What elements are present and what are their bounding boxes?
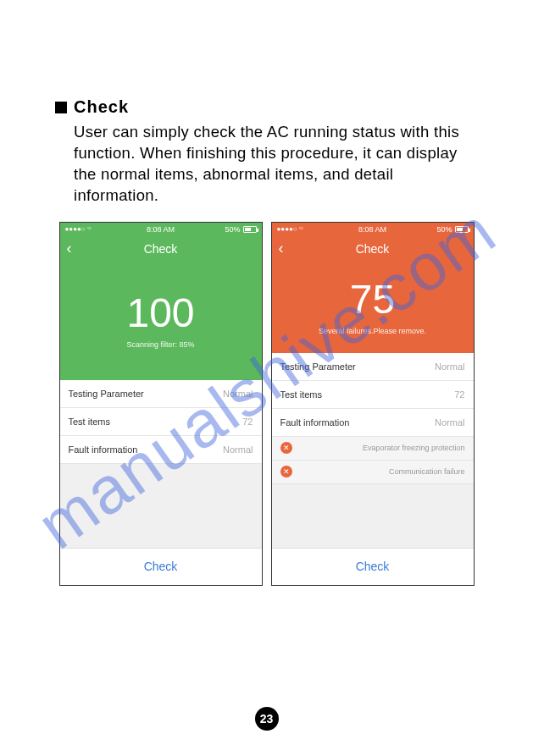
fault-item[interactable]: ✕ Evaporator freezing protection	[272, 437, 474, 461]
fault-list: ✕ Evaporator freezing protection ✕ Commu…	[272, 437, 474, 484]
row-value: 72	[454, 389, 464, 400]
phone-screenshots: ●●●●○ ⌔ 8:08 AM 50% ‹ Check 100 Scanning…	[55, 222, 478, 586]
page-content: Check User can simply check the AC runni…	[0, 0, 533, 586]
hero-subtitle: Several failures.Please remove.	[319, 327, 426, 335]
wifi-icon: ⌔	[87, 225, 92, 233]
row-label: Fault information	[69, 444, 138, 455]
row-value: Normal	[435, 417, 464, 428]
hero-subtitle: Scanning filter: 85%	[126, 340, 194, 349]
status-battery: 50%	[225, 225, 256, 234]
status-signal: ●●●●○ ⌔	[277, 225, 303, 233]
result-list: Testing Parameter Normal Test items 72 F…	[272, 353, 474, 437]
phone-left: ●●●●○ ⌔ 8:08 AM 50% ‹ Check 100 Scanning…	[59, 222, 263, 586]
hero-score: 75	[350, 279, 395, 320]
hero-section: 100 Scanning filter: 85%	[60, 262, 262, 380]
row-label: Testing Parameter	[280, 361, 356, 372]
check-button[interactable]: Check	[60, 548, 262, 585]
fault-item[interactable]: ✕ Communication failure	[272, 461, 474, 484]
battery-icon	[455, 226, 469, 233]
back-icon[interactable]: ‹	[67, 240, 72, 257]
nav-bar: ‹ Check	[60, 236, 262, 262]
status-bar: ●●●●○ ⌔ 8:08 AM 50%	[60, 223, 262, 236]
status-signal: ●●●●○ ⌔	[65, 225, 92, 233]
row-value: Normal	[223, 389, 253, 399]
status-time: 8:08 AM	[147, 225, 175, 234]
description-text: User can simply check the AC running sta…	[74, 122, 478, 207]
list-item[interactable]: Testing Parameter Normal	[60, 380, 262, 408]
list-item[interactable]: Fault information Normal	[272, 409, 474, 437]
spacer	[272, 484, 474, 548]
nav-title: Check	[356, 242, 390, 256]
hero-section: 75 Several failures.Please remove.	[272, 262, 474, 353]
list-item[interactable]: Fault information Normal	[60, 436, 262, 464]
row-label: Testing Parameter	[69, 389, 144, 399]
fault-text: Communication failure	[299, 467, 465, 476]
back-icon[interactable]: ‹	[279, 240, 284, 257]
page-number: 23	[255, 707, 279, 731]
nav-bar: ‹ Check	[272, 236, 474, 262]
row-value: Normal	[435, 361, 464, 372]
row-value: Normal	[223, 444, 253, 455]
wrench-icon: ✕	[280, 466, 292, 477]
spacer	[60, 464, 262, 548]
list-item[interactable]: Testing Parameter Normal	[272, 353, 474, 381]
status-battery: 50%	[436, 225, 468, 234]
battery-icon	[243, 226, 257, 233]
status-bar: ●●●●○ ⌔ 8:08 AM 50%	[272, 223, 474, 236]
row-label: Test items	[280, 389, 323, 400]
list-item[interactable]: Test items 72	[272, 381, 474, 409]
hero-score: 100	[126, 293, 194, 334]
row-value: 72	[242, 417, 253, 427]
heading-text: Check	[74, 97, 129, 117]
result-list: Testing Parameter Normal Test items 72 F…	[60, 380, 262, 464]
wrench-icon: ✕	[280, 442, 292, 454]
list-item[interactable]: Test items 72	[60, 408, 262, 436]
status-time: 8:08 AM	[358, 225, 386, 234]
row-label: Test items	[69, 417, 111, 427]
nav-title: Check	[144, 242, 178, 256]
fault-text: Evaporator freezing protection	[299, 444, 465, 452]
row-label: Fault information	[280, 417, 350, 428]
phone-right: ●●●●○ ⌔ 8:08 AM 50% ‹ Check 75 Several f…	[271, 222, 475, 586]
check-button[interactable]: Check	[272, 548, 474, 585]
wifi-icon: ⌔	[299, 225, 303, 233]
bullet-icon	[55, 102, 67, 113]
section-heading: Check	[55, 97, 478, 117]
